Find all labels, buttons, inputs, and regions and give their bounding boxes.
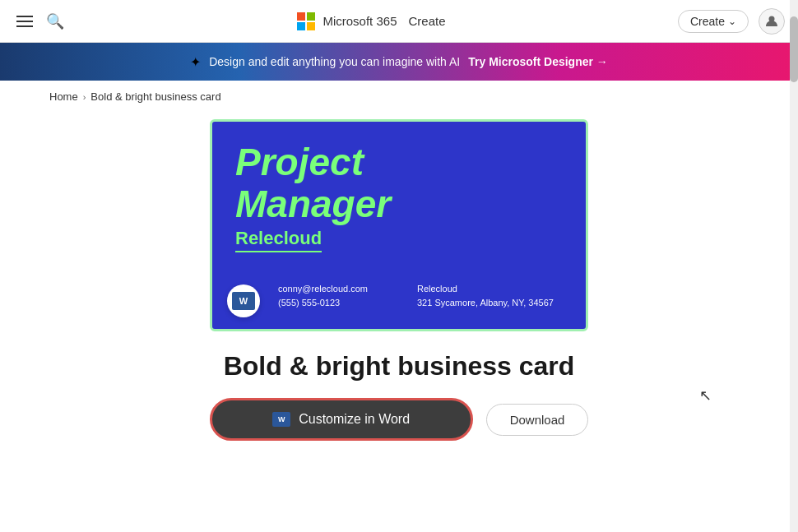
section-name: Create bbox=[408, 14, 445, 28]
breadcrumb: Home › Bold & bright business card bbox=[0, 81, 798, 113]
chevron-down-icon: ⌄ bbox=[728, 16, 736, 27]
designer-banner: ✦ Design and edit anything you can imagi… bbox=[0, 43, 798, 81]
word-badge: W bbox=[227, 285, 260, 317]
main-content: Project Manager Relecloud conny@releclou… bbox=[0, 113, 798, 441]
card-preview: Project Manager Relecloud conny@releclou… bbox=[210, 119, 588, 331]
hamburger-menu-icon[interactable] bbox=[13, 12, 36, 30]
breadcrumb-home[interactable]: Home bbox=[49, 90, 78, 103]
header-center: Microsoft 365 Create bbox=[64, 12, 678, 31]
customize-button-label: Customize in Word bbox=[299, 412, 410, 427]
breadcrumb-current-page: Bold & bright business card bbox=[90, 90, 220, 103]
create-button-label: Create bbox=[690, 15, 725, 28]
designer-link[interactable]: Try Microsoft Designer → bbox=[468, 55, 608, 68]
search-icon[interactable]: 🔍 bbox=[46, 12, 64, 30]
card-contact-right: Relecloud 321 Sycamore, Albany, NY, 3456… bbox=[417, 282, 554, 311]
word-icon-small: W bbox=[272, 412, 290, 427]
create-button[interactable]: Create ⌄ bbox=[678, 10, 749, 33]
card-contact-left: conny@relecloud.com (555) 555-0123 bbox=[278, 282, 368, 311]
card-company-top: Relecloud bbox=[235, 228, 322, 252]
user-profile-icon[interactable] bbox=[759, 8, 785, 35]
card-contact: conny@relecloud.com (555) 555-0123 Relec… bbox=[278, 282, 569, 311]
wand-icon: ✦ bbox=[190, 54, 201, 70]
scrollbar[interactable] bbox=[790, 0, 798, 532]
header-left: 🔍 bbox=[13, 12, 64, 30]
svg-rect-2 bbox=[297, 22, 305, 30]
header: 🔍 Microsoft 365 Create Create ⌄ bbox=[0, 0, 798, 43]
svg-rect-3 bbox=[307, 22, 315, 30]
brand-name: Microsoft 365 bbox=[322, 14, 397, 28]
svg-rect-0 bbox=[297, 12, 305, 21]
word-icon: W bbox=[232, 292, 255, 310]
template-title: Bold & bright business card bbox=[224, 351, 575, 382]
customize-in-word-button[interactable]: W Customize in Word bbox=[210, 398, 473, 441]
banner-text: Design and edit anything you can imagine… bbox=[209, 55, 460, 68]
breadcrumb-separator: › bbox=[83, 92, 86, 102]
header-right: Create ⌄ bbox=[678, 8, 785, 35]
card-title: Project Manager bbox=[235, 141, 563, 224]
microsoft-logo bbox=[296, 12, 316, 31]
svg-rect-1 bbox=[307, 12, 315, 21]
scrollbar-thumb[interactable] bbox=[790, 16, 798, 82]
download-button[interactable]: Download bbox=[486, 404, 589, 436]
buttons-row: W Customize in Word Download bbox=[210, 398, 589, 441]
person-icon bbox=[765, 15, 778, 28]
